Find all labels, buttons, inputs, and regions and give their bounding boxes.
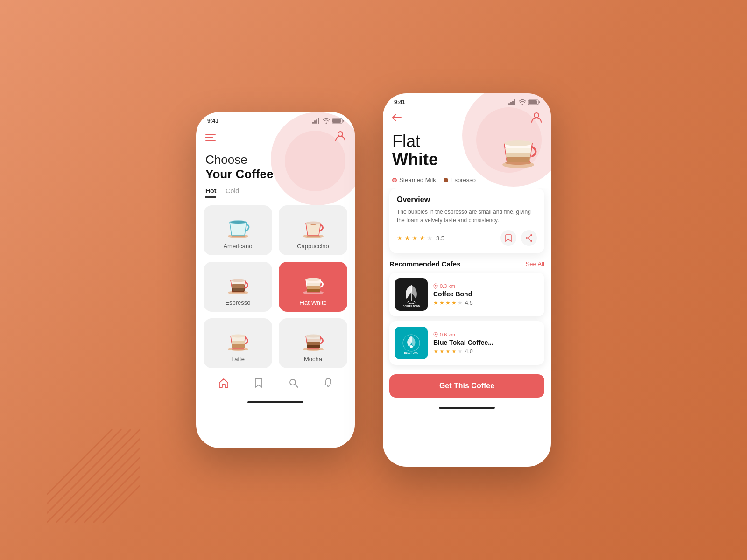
espresso-dot <box>444 178 448 182</box>
coffee-name-americano: Americano <box>223 243 252 250</box>
tokai-star-4: ★ <box>451 348 457 355</box>
user-profile-btn-right[interactable] <box>531 112 542 126</box>
svg-line-63 <box>528 236 530 238</box>
bond-star-1: ★ <box>433 300 438 306</box>
svg-point-24 <box>306 222 321 225</box>
coffee-card-americano[interactable]: Americano <box>204 205 272 255</box>
share-action-icon <box>525 234 533 242</box>
svg-line-5 <box>93 476 140 523</box>
svg-rect-38 <box>232 341 245 344</box>
svg-point-29 <box>231 279 246 282</box>
bond-star-5: ★ <box>458 300 463 306</box>
svg-text:BLUE TOKAI: BLUE TOKAI <box>404 351 419 354</box>
location-icon-tokai <box>433 332 438 337</box>
tokai-star-5: ★ <box>458 348 463 355</box>
user-icon-right <box>531 112 542 123</box>
get-coffee-button[interactable]: Get This Coffee <box>389 374 544 398</box>
right-scroll-area[interactable]: Overview The bubbles in the espresso are… <box>383 188 551 370</box>
cafe-card-blue-tokai[interactable]: BLUE TOKAI 0.6 km Blue Tokai Coffee... ★ <box>389 321 544 365</box>
svg-point-21 <box>231 221 246 224</box>
see-all-btn[interactable]: See All <box>526 260 544 267</box>
bond-rating: 4.5 <box>465 300 473 306</box>
coffee-card-flat-white[interactable]: Flat White <box>279 262 347 312</box>
nav-bell[interactable] <box>324 378 332 388</box>
filter-hot[interactable]: Hot <box>205 187 216 198</box>
svg-point-17 <box>338 132 343 136</box>
bookmark-action-icon <box>505 234 512 242</box>
bottom-nav <box>196 373 355 398</box>
back-button[interactable] <box>392 114 402 124</box>
detail-cup-icon <box>495 129 542 169</box>
blue-tokai-logo-icon: BLUE TOKAI <box>397 329 425 357</box>
svg-point-47 <box>290 379 296 385</box>
bond-star-3: ★ <box>445 300 451 306</box>
svg-point-70 <box>410 345 413 348</box>
lines-decoration <box>47 429 140 523</box>
svg-rect-39 <box>232 344 245 348</box>
svg-rect-44 <box>307 342 320 345</box>
coffee-card-mocha[interactable]: Mocha <box>279 318 347 368</box>
star-2: ★ <box>404 234 410 242</box>
user-profile-btn[interactable] <box>335 131 345 144</box>
svg-line-1 <box>56 439 140 523</box>
ingredient-espresso: Espresso <box>444 176 476 183</box>
svg-rect-32 <box>307 283 320 286</box>
svg-line-6 <box>103 485 140 523</box>
hamburger-menu[interactable] <box>205 134 216 141</box>
star-1: ★ <box>397 234 403 242</box>
coffee-card-latte[interactable]: Latte <box>204 318 272 368</box>
ingredients-row: Steamed Milk Espresso <box>383 174 551 188</box>
bookmark-action-btn[interactable] <box>500 230 516 246</box>
rating-row: ★ ★ ★ ★ ★ 3.5 <box>397 230 537 246</box>
overview-card: Overview The bubbles in the espresso are… <box>389 188 544 253</box>
tokai-rating: 4.0 <box>465 348 473 355</box>
espresso-cup-icon <box>223 270 253 295</box>
coffee-bond-logo-icon: COFFEE BOND <box>397 280 425 308</box>
coffee-card-cappuccino[interactable]: Cappuccino <box>279 205 347 255</box>
nav-home[interactable] <box>218 378 229 388</box>
coffee-bond-info: 0.3 km Coffee Bond ★ ★ ★ ★ ★ 4.5 <box>433 283 539 306</box>
rating-number: 3.5 <box>436 235 444 242</box>
star-3: ★ <box>412 234 418 242</box>
coffee-bond-stars: ★ ★ ★ ★ ★ 4.5 <box>433 300 539 306</box>
share-action-btn[interactable] <box>521 230 537 246</box>
svg-point-56 <box>534 113 539 118</box>
star-5: ★ <box>427 234 433 242</box>
svg-rect-43 <box>307 339 320 342</box>
filter-cold[interactable]: Cold <box>226 187 239 198</box>
svg-line-64 <box>528 238 530 240</box>
svg-line-9 <box>47 429 112 495</box>
svg-point-68 <box>435 285 437 286</box>
svg-line-48 <box>295 385 298 387</box>
phone-right: 9:41 <box>383 93 551 467</box>
tokai-star-3: ★ <box>445 348 451 355</box>
tokai-star-1: ★ <box>433 348 438 355</box>
back-arrow-icon <box>392 114 402 121</box>
svg-line-8 <box>47 429 121 504</box>
star-4: ★ <box>419 234 425 242</box>
nav-search[interactable] <box>289 378 298 388</box>
home-indicator-left <box>247 401 303 403</box>
coffee-bond-name: Coffee Bond <box>433 290 539 298</box>
time-right: 9:41 <box>394 99 405 105</box>
bond-star-2: ★ <box>439 300 444 306</box>
location-icon-bond <box>433 283 438 289</box>
svg-rect-28 <box>232 288 245 292</box>
coffee-bond-distance: 0.3 km <box>433 283 539 289</box>
coffee-title-block: Flat White <box>392 132 438 169</box>
svg-point-60 <box>530 234 532 236</box>
svg-line-4 <box>84 467 140 523</box>
nav-bookmark[interactable] <box>254 378 263 388</box>
svg-rect-45 <box>307 345 320 348</box>
svg-line-2 <box>65 448 140 523</box>
svg-line-7 <box>47 429 131 513</box>
recommended-section-header: Recommended Cafes See All <box>389 260 544 268</box>
cafe-card-coffee-bond[interactable]: COFFEE BOND 0.3 km Coffee Bond ★ ★ <box>389 273 544 316</box>
home-icon <box>218 378 229 388</box>
choose-title: Choose Your Coffee <box>196 148 355 182</box>
coffee-card-espresso[interactable]: Espresso <box>204 262 272 312</box>
coffee-grid: Americano Cappuccino <box>196 201 355 373</box>
svg-point-59 <box>504 140 532 146</box>
phones-container: 9:41 <box>196 93 551 467</box>
coffee-name-mocha: Mocha <box>304 356 322 363</box>
